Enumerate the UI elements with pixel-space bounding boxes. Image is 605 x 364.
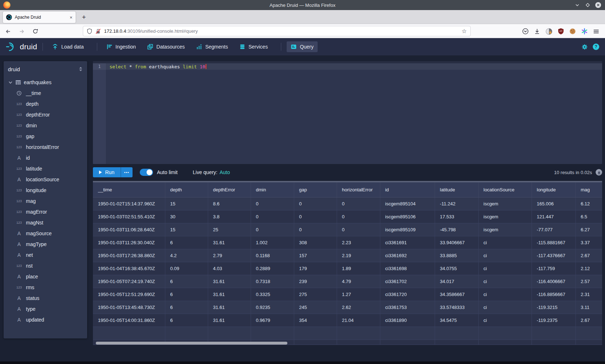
cell[interactable]: ci3361720 xyxy=(380,288,435,301)
chevron-down-icon[interactable] xyxy=(8,80,13,85)
insecure-connection-lock-icon[interactable] xyxy=(95,28,101,34)
cell[interactable]: 2.62 xyxy=(337,301,380,314)
sidebar-column-latitude[interactable]: 123latitude xyxy=(4,163,87,174)
cell[interactable]: -115.8881667 xyxy=(532,236,575,249)
window-minimize-button[interactable] xyxy=(574,2,581,8)
nav-item-services[interactable]: Services xyxy=(236,41,272,52)
cell[interactable]: ci xyxy=(478,262,532,275)
cell[interactable]: 1.89 xyxy=(337,262,380,275)
column-header-mag[interactable]: mag xyxy=(575,182,602,197)
nav-item-segments[interactable]: Segments xyxy=(192,41,232,52)
cell[interactable]: ci xyxy=(478,275,532,288)
cell[interactable]: ci3361691 xyxy=(380,236,435,249)
cell[interactable]: 0 xyxy=(337,223,380,236)
ublock-origin-icon[interactable]: uO xyxy=(558,28,564,35)
run-more-options-button[interactable]: ••• xyxy=(121,167,133,177)
sidebar-column-magSource[interactable]: AmagSource xyxy=(4,228,87,239)
sidebar-column-__time[interactable]: __time xyxy=(4,88,87,99)
cell[interactable]: 6 xyxy=(165,236,208,249)
cell[interactable]: 15 xyxy=(165,197,208,210)
nav-item-load-data[interactable]: Load data xyxy=(48,41,88,52)
column-header-latitude[interactable]: latitude xyxy=(435,182,478,197)
cell[interactable]: 0 xyxy=(251,210,294,223)
cell[interactable]: 31.61 xyxy=(208,301,251,314)
cell[interactable]: 2.19 xyxy=(337,249,380,262)
cell[interactable]: 6 xyxy=(165,288,208,301)
cell[interactable]: 2.31 xyxy=(575,288,602,301)
cell[interactable]: iscgem xyxy=(478,210,532,223)
sql-code[interactable]: select * from earthquakes limit 10 xyxy=(109,64,206,69)
cell[interactable]: 1.002 xyxy=(251,236,294,249)
cell[interactable]: 17.533 xyxy=(435,210,478,223)
cell[interactable]: 31.61 xyxy=(208,236,251,249)
cell[interactable]: -117.759 xyxy=(532,262,575,275)
tab-close-button[interactable]: × xyxy=(70,15,72,20)
sidebar-column-net[interactable]: Anet xyxy=(4,250,87,260)
cell[interactable]: 1950-01-05T07:24:19.740Z xyxy=(93,275,165,288)
sidebar-column-type[interactable]: Atype xyxy=(4,304,87,314)
run-button[interactable]: Run xyxy=(93,167,121,177)
bookmark-star-icon[interactable]: ☆ xyxy=(462,28,467,35)
sidebar-column-place[interactable]: Aplace xyxy=(4,271,87,282)
cell[interactable]: 1950-01-05T12:51:29.690Z xyxy=(93,288,165,301)
cell[interactable]: -116.8856667 xyxy=(532,288,575,301)
cell[interactable]: 1.27 xyxy=(337,288,380,301)
sidebar-column-gap[interactable]: 123gap xyxy=(4,131,87,142)
cell[interactable]: 0 xyxy=(251,197,294,210)
cell[interactable]: 31.61 xyxy=(208,275,251,288)
cell[interactable]: -116.4006667 xyxy=(532,275,575,288)
cell[interactable]: 308 xyxy=(294,236,337,249)
sidebar-column-horizontalError[interactable]: 123horizontalError xyxy=(4,142,87,153)
cell[interactable]: 6 xyxy=(165,275,208,288)
cell[interactable]: -119.3215 xyxy=(532,301,575,314)
cell[interactable]: 2.23 xyxy=(337,236,380,249)
browser-tab[interactable]: Apache Druid × xyxy=(3,12,76,23)
new-tab-button[interactable]: + xyxy=(79,13,89,22)
cell[interactable]: 30 xyxy=(165,210,208,223)
cell[interactable]: 6 xyxy=(165,314,208,327)
cell[interactable]: 0.2889 xyxy=(251,262,294,275)
cell[interactable]: -117.4376667 xyxy=(532,249,575,262)
cell[interactable]: iscgem xyxy=(478,223,532,236)
column-header-depth[interactable]: depth xyxy=(165,182,208,197)
cell[interactable]: 2.57 xyxy=(575,275,602,288)
cell[interactable]: 1950-01-05T13:45:48.730Z xyxy=(93,301,165,314)
cell[interactable]: ci3361753 xyxy=(380,301,435,314)
cell[interactable]: 1950-01-03T02:51:55.410Z xyxy=(93,210,165,223)
cell[interactable]: 0 xyxy=(294,197,337,210)
cell[interactable]: 0.1168 xyxy=(251,249,294,262)
settings-gear-icon[interactable] xyxy=(582,44,588,50)
forward-button[interactable] xyxy=(17,27,26,36)
downloads-icon[interactable] xyxy=(534,28,540,35)
sidebar-column-status[interactable]: Astatus xyxy=(4,293,87,304)
cell[interactable]: 354 xyxy=(294,314,337,327)
druid-logo[interactable]: druid xyxy=(6,42,37,52)
sidebar-column-locationSource[interactable]: AlocationSource xyxy=(4,174,87,185)
cell[interactable]: 1950-01-03T11:06:28.640Z xyxy=(93,223,165,236)
extension-account-icon[interactable] xyxy=(546,28,552,35)
cell[interactable]: ci xyxy=(478,301,532,314)
cell[interactable]: -119.2375 xyxy=(532,314,575,327)
cell[interactable]: 4.79 xyxy=(337,275,380,288)
cell[interactable]: 4.03 xyxy=(208,262,251,275)
cell[interactable]: 179 xyxy=(294,262,337,275)
reload-button[interactable] xyxy=(31,27,40,36)
cell[interactable]: 21.04 xyxy=(337,314,380,327)
table-tree-item-earthquakes[interactable]: earthquakes xyxy=(4,77,87,88)
cell[interactable]: 1950-01-02T15:14:37.960Z xyxy=(93,197,165,210)
url-bar[interactable]: 172.18.0.4:30109/unified-console.html#qu… xyxy=(83,26,471,36)
cell[interactable]: ci3361702 xyxy=(380,275,435,288)
cell[interactable]: 31.61 xyxy=(208,288,251,301)
cell[interactable]: ci xyxy=(478,314,532,327)
cell[interactable]: 6.5 xyxy=(575,210,602,223)
cell[interactable]: 121.447 xyxy=(532,210,575,223)
column-header-horizontalError[interactable]: horizontalError xyxy=(337,182,380,197)
cell[interactable]: 0.7318 xyxy=(251,275,294,288)
cell[interactable]: 3.11 xyxy=(575,301,602,314)
tracking-protection-shield-icon[interactable] xyxy=(87,28,92,34)
cell[interactable]: iscgem895109 xyxy=(380,223,435,236)
cell[interactable]: 1950-01-04T16:38:45.670Z xyxy=(93,262,165,275)
sidebar-column-magNst[interactable]: 123magNst xyxy=(4,217,87,228)
cell[interactable]: -11.242 xyxy=(435,197,478,210)
horizontal-scrollbar-thumb[interactable] xyxy=(96,342,287,345)
